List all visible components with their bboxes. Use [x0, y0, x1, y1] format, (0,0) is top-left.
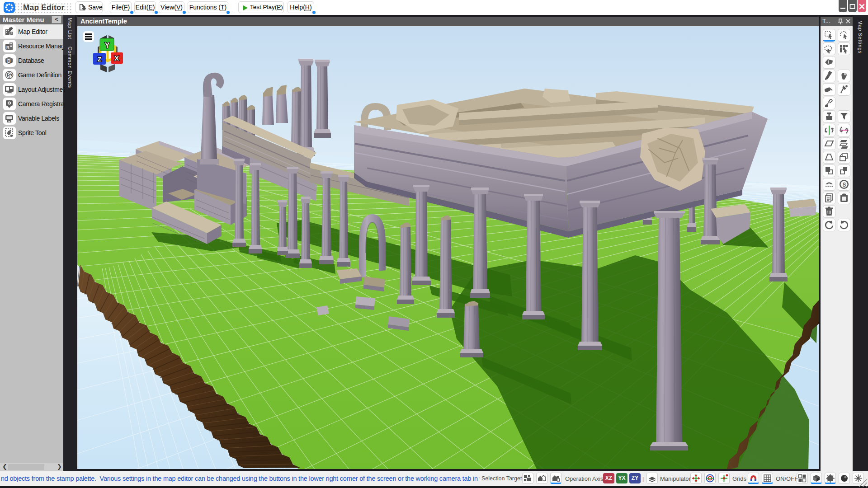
svg-text:R: R: [6, 45, 9, 50]
svg-text:Y: Y: [105, 42, 110, 49]
svg-text:D: D: [7, 59, 10, 64]
svg-text:S: S: [843, 182, 846, 188]
svg-text:S: S: [8, 72, 11, 79]
svg-text:X: X: [114, 54, 119, 62]
svg-text:Z: Z: [97, 55, 101, 63]
